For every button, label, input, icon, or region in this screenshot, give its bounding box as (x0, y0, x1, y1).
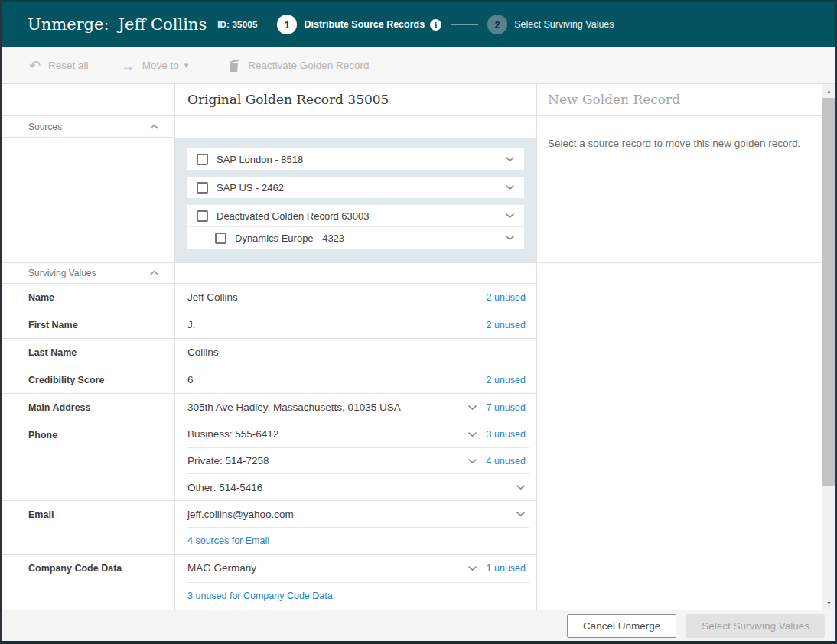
cancel-unmerge-button[interactable]: Cancel Unmerge (567, 614, 676, 638)
toolbar: ↶ Reset all → Move to ▾ Reactivate Golde… (2, 47, 835, 84)
undo-icon: ↶ (29, 59, 41, 73)
value-row-email: jeff.collins@yahoo.com 4 sources for Ema… (175, 501, 536, 555)
checkbox[interactable] (215, 233, 226, 244)
unused-link[interactable]: 2 unused (487, 375, 526, 385)
chevron-down-icon[interactable] (516, 511, 526, 517)
reactivate-label: Reactivate Golden Record (248, 60, 369, 71)
chevron-down-icon[interactable] (467, 405, 477, 411)
field-label-email: Email (2, 501, 174, 555)
checkbox[interactable] (197, 210, 208, 222)
select-surviving-values-button[interactable]: Select Surviving Values (686, 614, 825, 638)
chevron-up-icon[interactable] (149, 270, 159, 276)
scroll-up-button[interactable]: ▲ (822, 84, 835, 98)
unused-link[interactable]: 2 unused (487, 320, 526, 330)
field-label-phone: Phone (2, 421, 174, 501)
scrollbar-track[interactable] (822, 486, 835, 596)
value-text: jeff.collins@yahoo.com (187, 509, 516, 520)
value-row-company-code-data: MAG Germany 1 unused 3 unused for Compan… (175, 555, 536, 610)
new-column-header: New Golden Record (537, 84, 822, 116)
sources-row-spacer (175, 116, 536, 138)
chevron-down-icon[interactable] (505, 184, 515, 190)
checkbox[interactable] (197, 154, 208, 165)
chevron-down-icon[interactable] (467, 431, 477, 437)
new-column-title: New Golden Record (537, 84, 822, 107)
unused-company-code-link[interactable]: 3 unused for Company Code Data (187, 590, 333, 601)
original-column-title: Original Golden Record 35005 (175, 84, 536, 107)
record-id: ID: 35005 (217, 20, 257, 29)
value-row-phone: Business: 555-6412 4 unused 3 unused Pri… (175, 421, 536, 501)
unused-link[interactable]: 4 unused (487, 456, 526, 467)
original-golden-record-column: Original Golden Record 35005 SAP London … (175, 84, 537, 610)
source-record-row[interactable]: Deactivated Golden Record 63003 (187, 205, 524, 226)
move-to-button[interactable]: → Move to ▾ (121, 59, 189, 73)
new-golden-record-column: New Golden Record Select a source record… (537, 84, 822, 610)
sources-for-email-link[interactable]: 4 sources for Email (187, 535, 269, 546)
scroll-down-button[interactable]: ▼ (822, 596, 835, 610)
reset-all-button[interactable]: ↶ Reset all (29, 59, 89, 73)
value-text: Collins (187, 346, 526, 358)
source-record-card[interactable]: SAP US - 2462 (187, 177, 524, 198)
chevron-down-icon[interactable] (467, 565, 477, 571)
sources-section-label: Sources (28, 122, 62, 132)
info-icon[interactable]: i (430, 19, 441, 31)
reset-all-label: Reset all (48, 60, 89, 71)
move-to-label: Move to (142, 60, 179, 71)
chevron-down-icon[interactable] (505, 235, 515, 241)
field-label-main-address: Main Address (2, 394, 174, 421)
step-2-label: Select Surviving Values (514, 19, 614, 30)
new-record-message: Select a source record to move this new … (548, 138, 810, 149)
value-row-first-name: J. 2 unused (175, 311, 536, 339)
step-2-circle: 2 (487, 15, 507, 34)
value-text: Jeff Collins (187, 291, 477, 303)
source-record-card[interactable]: SAP London - 8518 (187, 148, 524, 170)
chevron-down-icon[interactable] (516, 484, 526, 490)
value-text: Private: 514-7258 (187, 455, 467, 467)
page-title-prefix: Unmerge: (28, 15, 109, 34)
value-text: Business: 555-6412 (187, 428, 467, 440)
field-label-last-name: Last Name (2, 339, 174, 366)
surviving-values-row-spacer (175, 263, 536, 284)
arrow-right-icon: → (121, 59, 135, 73)
sidebar: Sources Surviving Values Name First Name… (2, 84, 175, 610)
surviving-values-section-label: Surviving Values (28, 268, 96, 278)
reactivate-golden-record-button[interactable]: Reactivate Golden Record (228, 59, 369, 72)
sidebar-section-surviving-values[interactable]: Surviving Values (2, 263, 174, 284)
chevron-up-icon[interactable] (149, 124, 159, 130)
scrollbar-thumb[interactable] (822, 98, 835, 486)
value-text: 6 (187, 374, 477, 385)
sidebar-sources-body (2, 138, 174, 263)
sidebar-header-spacer (2, 84, 174, 116)
value-text: MAG Germany (187, 562, 467, 574)
value-text: J. (187, 319, 477, 330)
value-text: 305th Ave Hadley, Massachusetts, 01035 U… (187, 402, 467, 413)
source-record-row-nested[interactable]: Dynamics Europe - 4323 (187, 227, 524, 249)
unmerge-window: Unmerge: Jeff Collins ID: 35005 1 Distri… (0, 0, 837, 644)
original-column-header: Original Golden Record 35005 (175, 84, 536, 116)
sidebar-section-sources[interactable]: Sources (2, 116, 174, 138)
step-1-circle: 1 (277, 15, 297, 34)
unused-link[interactable]: 2 unused (487, 292, 526, 303)
field-label-company-code-data: Company Code Data (2, 555, 174, 610)
field-label-credibility-score: Credibility Score (2, 366, 174, 394)
checkbox[interactable] (197, 182, 208, 194)
value-text: Other: 514-5416 (187, 482, 516, 493)
unused-link[interactable]: 7 unused (487, 402, 526, 413)
unused-link[interactable]: 3 unused (487, 429, 526, 440)
deactivated-golden-record-card: Deactivated Golden Record 63003 Dynamics… (187, 205, 524, 249)
unused-link[interactable]: 1 unused (487, 563, 526, 574)
trash-icon (228, 59, 239, 72)
footer-bar: Cancel Unmerge Select Surviving Values (2, 610, 835, 641)
vertical-scrollbar[interactable]: ▲ ▼ (822, 84, 835, 610)
chevron-down-icon[interactable] (505, 156, 515, 162)
main-content: Sources Surviving Values Name First Name… (2, 84, 835, 610)
source-records-panel: SAP London - 8518 SAP US - 2462 Deactiva… (175, 138, 536, 263)
field-label-name: Name (2, 284, 174, 311)
chevron-down-icon[interactable] (467, 458, 477, 464)
app-header: Unmerge: Jeff Collins ID: 35005 1 Distri… (2, 2, 835, 47)
value-row-name: Jeff Collins 2 unused (175, 284, 536, 311)
value-row-credibility-score: 6 2 unused (175, 366, 536, 394)
step-1-label: Distribute Source Records (304, 19, 425, 30)
chevron-down-icon[interactable] (505, 213, 515, 219)
step-separator-line (451, 24, 478, 25)
record-name: Jeff Collins (119, 15, 207, 34)
